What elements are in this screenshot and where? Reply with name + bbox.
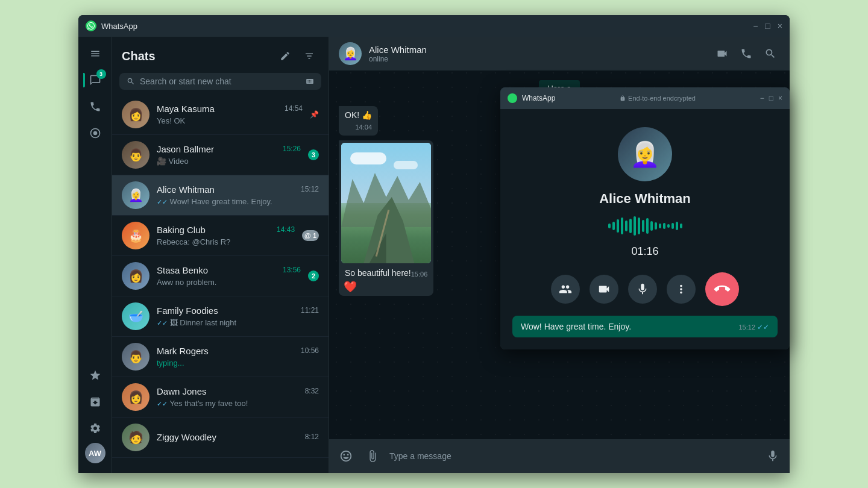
maximize-btn[interactable]: □ bbox=[765, 21, 770, 31]
search-input[interactable] bbox=[140, 77, 301, 86]
mountain-scene bbox=[341, 143, 431, 263]
chat-time-stasa: 13:56 bbox=[283, 266, 301, 274]
chat-item-family-foodies[interactable]: 🥣 Family Foodies 11:21 ✓✓ 🖼 Dinner last … bbox=[112, 296, 329, 337]
filter-btn[interactable] bbox=[300, 46, 319, 66]
chat-name-foodies: Family Foodies bbox=[157, 305, 218, 316]
chat-header-avatar[interactable]: 👩‍🦳 bbox=[339, 42, 362, 65]
chat-name-baking: Baking Club bbox=[157, 225, 206, 235]
pin-icon-maya: 📌 bbox=[310, 110, 319, 119]
chat-info-top-alice: Alice Whitman 15:12 bbox=[157, 184, 319, 195]
chat-info-mark: Mark Rogers 10:56 typing... bbox=[157, 346, 319, 368]
call-overlay-maximize[interactable]: □ bbox=[769, 94, 773, 102]
chat-name-maya: Maya Kasuma bbox=[157, 104, 215, 114]
sidebar-item-archive[interactable] bbox=[83, 390, 107, 414]
call-more-btn[interactable] bbox=[667, 275, 696, 304]
call-actions bbox=[551, 272, 739, 306]
chat-preview-dawn: ✓✓ Yes that's my fave too! bbox=[157, 399, 248, 408]
call-participants-btn[interactable] bbox=[551, 275, 580, 304]
chat-preview-foodies: ✓✓ 🖼 Dinner last night bbox=[157, 318, 236, 327]
call-end-btn[interactable] bbox=[705, 272, 739, 306]
chat-item-baking-club[interactable]: 🎂 Baking Club 14:43 Rebecca: @Chris R? @… bbox=[112, 216, 329, 256]
chat-time-ziggy: 8:12 bbox=[305, 433, 319, 441]
icon-sidebar: 3 bbox=[78, 37, 112, 473]
wave-bar-15 bbox=[667, 224, 670, 228]
avatar-maya-kasuma: 👩 bbox=[122, 101, 149, 128]
app-title: WhatsApp bbox=[101, 22, 137, 31]
wave-bar-1 bbox=[608, 224, 611, 228]
call-body: 👩‍🦳 Alice Whitman bbox=[500, 109, 790, 349]
chat-meta-stasa: 2 bbox=[308, 271, 319, 281]
new-chat-btn[interactable] bbox=[275, 46, 295, 66]
chat-meta-maya: 📌 bbox=[310, 110, 319, 119]
user-avatar[interactable]: AW bbox=[85, 443, 105, 463]
call-overlay-minimize[interactable]: − bbox=[760, 94, 764, 102]
wave-bar-8 bbox=[638, 217, 640, 234]
call-message-timestamp: 15:12 bbox=[738, 324, 755, 331]
app-icon bbox=[86, 20, 96, 31]
voice-call-btn[interactable] bbox=[737, 44, 756, 63]
chat-name-stasa: Stasa Benko bbox=[157, 265, 208, 275]
sidebar-item-settings[interactable] bbox=[83, 416, 107, 440]
call-waveform bbox=[608, 216, 682, 236]
msg-with-image: So beautiful here! 15:06 ❤️ bbox=[339, 140, 433, 296]
call-mute-btn[interactable] bbox=[628, 275, 657, 304]
call-timer: 01:16 bbox=[631, 245, 658, 258]
sidebar-item-chats[interactable]: 3 bbox=[83, 68, 107, 92]
attachment-btn[interactable] bbox=[363, 446, 382, 466]
chat-item-jason-ballmer[interactable]: 👨 Jason Ballmer 15:26 🎥 Video 3 bbox=[112, 135, 329, 175]
emoji-btn[interactable] bbox=[336, 446, 356, 466]
chat-preview-jason: 🎥 Video bbox=[157, 157, 189, 166]
sidebar-item-status[interactable] bbox=[83, 121, 107, 145]
chat-item-ziggy-woodley[interactable]: 🧑 Ziggy Woodley 8:12 bbox=[112, 418, 329, 458]
call-message-text: Wow! Have great time. Enjoy. bbox=[521, 322, 631, 331]
wave-bar-6 bbox=[629, 219, 632, 233]
wave-bar-5 bbox=[625, 221, 627, 231]
chat-name-alice: Alice Whitman bbox=[157, 184, 215, 195]
chat-item-dawn-jones[interactable]: 👩 Dawn Jones 8:32 ✓✓ Yes that's my fave … bbox=[112, 377, 329, 418]
chat-time-alice: 15:12 bbox=[301, 185, 319, 193]
wave-bar-14 bbox=[663, 223, 665, 229]
chat-item-stasa-benko[interactable]: 👩 Stasa Benko 13:56 Aww no problem. 2 bbox=[112, 256, 329, 296]
msg-image-mountain bbox=[341, 143, 431, 263]
video-call-btn[interactable] bbox=[712, 44, 732, 63]
call-overlay-close[interactable]: × bbox=[778, 94, 782, 102]
title-bar-left: WhatsApp bbox=[86, 20, 137, 31]
minimize-btn[interactable]: − bbox=[753, 21, 758, 31]
icon-sidebar-top: 3 bbox=[83, 42, 107, 363]
svg-point-1 bbox=[93, 131, 97, 136]
message-input[interactable] bbox=[389, 451, 756, 461]
avatar-ziggy-woodley: 🧑 bbox=[122, 424, 149, 451]
call-overlay: WhatsApp End-to-end endcrypted − □ × 👩‍🦳… bbox=[500, 87, 790, 349]
chat-header-actions bbox=[712, 44, 780, 63]
chat-item-maya-kasuma[interactable]: 👩 Maya Kasuma 14:54 Yes! OK 📌 bbox=[112, 95, 329, 135]
chat-item-mark-rogers[interactable]: 👨 Mark Rogers 10:56 typing... bbox=[112, 337, 329, 377]
wave-bar-10 bbox=[646, 218, 649, 234]
call-video-btn[interactable] bbox=[590, 275, 618, 304]
call-message-time: 15:12 ✓✓ bbox=[738, 323, 769, 331]
mic-btn[interactable] bbox=[763, 446, 782, 466]
chats-badge: 3 bbox=[96, 69, 106, 79]
chat-time-foodies: 11:21 bbox=[301, 306, 319, 314]
search-chat-btn[interactable] bbox=[761, 44, 780, 63]
wave-bar-16 bbox=[671, 223, 674, 229]
wave-bar-3 bbox=[617, 219, 619, 233]
call-sent-message: Wow! Have great time. Enjoy. 15:12 ✓✓ bbox=[512, 316, 778, 337]
sidebar-item-starred[interactable] bbox=[83, 363, 107, 387]
avatar-stasa-benko: 👩 bbox=[122, 262, 149, 290]
avatar-jason-ballmer: 👨 bbox=[122, 141, 149, 169]
chat-item-alice-whitman[interactable]: 👩‍🦳 Alice Whitman 15:12 ✓✓ Wow! Have gre… bbox=[112, 175, 329, 216]
call-avatar: 👩‍🦳 bbox=[618, 127, 672, 181]
sidebar-item-menu[interactable] bbox=[83, 42, 107, 66]
chat-time-mark: 10:56 bbox=[301, 346, 319, 355]
chat-info-stasa: Stasa Benko 13:56 Aww no problem. bbox=[157, 265, 301, 287]
chat-preview-mark: typing... bbox=[157, 358, 184, 368]
chat-preview-alice: ✓✓ Wow! Have great time. Enjoy. bbox=[157, 197, 272, 206]
chat-name-mark: Mark Rogers bbox=[157, 346, 209, 356]
sidebar-item-calls[interactable] bbox=[83, 95, 107, 119]
wave-bar-4 bbox=[621, 217, 623, 234]
app-window: WhatsApp − □ × 3 bbox=[78, 15, 790, 473]
call-overlay-title-left: WhatsApp bbox=[508, 93, 555, 103]
chat-meta-baking: @ 1 bbox=[302, 230, 319, 241]
close-btn[interactable]: × bbox=[778, 21, 782, 31]
chat-time-dawn: 8:32 bbox=[305, 387, 319, 395]
